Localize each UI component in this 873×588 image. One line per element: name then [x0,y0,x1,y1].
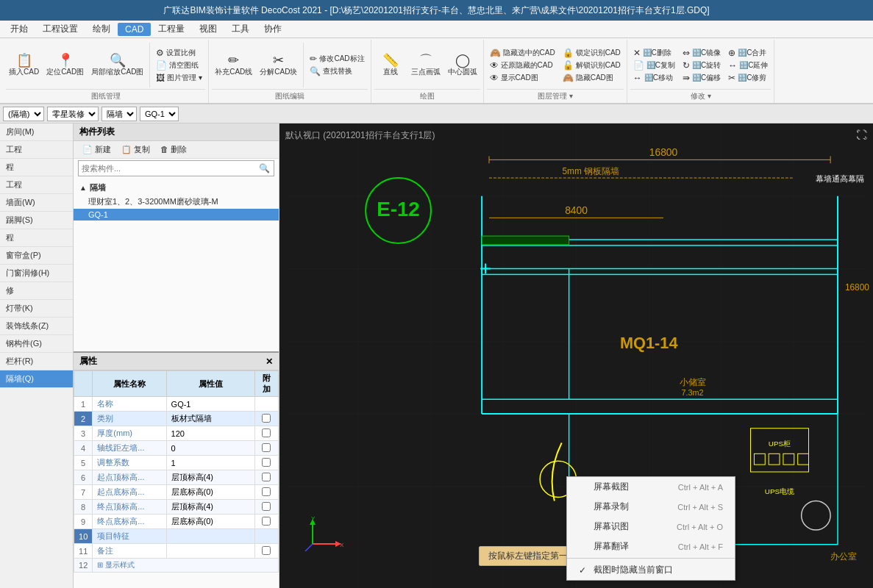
c-merge-btn[interactable]: ⊕ 🔡C合并 [725,47,771,59]
set-scale-btn[interactable]: ⚙ 设置比例 [153,47,205,59]
prop-val-9[interactable]: 层底标高(0) [166,514,254,529]
prop-check-6[interactable] [254,470,278,485]
supplement-cad-btn[interactable]: ✏ 补充CAD线 [212,52,255,79]
prop-row-name: 1 名称 GQ-1 [74,397,279,412]
c-mirror-btn[interactable]: ⇔ 🔡C镜像 [680,47,724,59]
ctx-translate[interactable]: 屏幕翻译 Ctrl + Alt + F [567,537,735,556]
cad-viewport[interactable]: E-12 16800 5mm 钢板隔墙 幕墙通高幕隔 8400 MQ1-14 [279,123,873,588]
nav-engineering1[interactable]: 工程 [0,141,73,159]
hide-selected-cad-btn[interactable]: 🙈 隐藏选中的CAD [487,47,558,59]
col-drawing-small: ⚙ 设置比例 📄 清空图纸 🖼 图片管理 ▾ [153,47,205,84]
nav-ceiling[interactable]: 程 [0,229,73,247]
tree-node-partition-parent[interactable]: ▲ 隔墙 [74,181,279,195]
maximize-btn[interactable]: ⛶ [857,129,867,141]
nav-wall-surface[interactable]: 墙面(W) [0,194,73,212]
select-component[interactable]: GQ-1 [140,107,179,121]
nav-door-window[interactable]: 门窗润修(H) [0,265,73,282]
copy-comp-btn[interactable]: 📋 复制 [118,143,153,156]
nav-repair[interactable]: 修 [0,282,73,300]
ribbon-buttons-modify: ✕ 🔡C删除 📄 🔡C复制 ↔ 🔡C移动 ⇔ 🔡C镜像 ↻ [630,41,772,89]
nav-engineering2[interactable]: 程 [0,159,73,176]
find-replace-btn[interactable]: 🔍 查找替换 [307,65,367,77]
modify-cad-label-btn[interactable]: ✏ 修改CAD标注 [307,53,367,65]
nav-engineering3[interactable]: 工程 [0,176,73,194]
nav-curtain-box[interactable]: 窗帘盒(P) [0,247,73,265]
prop-expand-display-style[interactable]: ⊞ 显示样式 [93,559,279,573]
c-rotate-btn[interactable]: ↻ 🔡C旋转 [680,60,724,71]
prop-val-3[interactable]: 120 [166,426,254,441]
tree-node-gq1[interactable]: GQ-1 [74,209,279,220]
prop-check-9[interactable] [254,514,278,529]
line-btn[interactable]: 📏 直线 [374,52,407,79]
insert-cad-btn[interactable]: 📋 插入CAD [6,52,42,79]
c-copy-btn[interactable]: 📄 🔡C复制 [630,60,678,71]
prop-check-3[interactable] [254,426,278,441]
ctx-identify[interactable]: 屏幕识图 Ctrl + Alt + O [567,517,735,537]
ctx-hide-window[interactable]: ✓ 截图时隐藏当前窗口 [567,560,735,580]
menu-tools[interactable]: 工具 [224,21,257,37]
nav-partition[interactable]: 隔墙(Q) [0,370,73,388]
split-cad-btn[interactable]: ✂ 分解CAD块 [257,52,300,79]
prop-check-2[interactable] [254,412,278,426]
nav-room[interactable]: 房间(M) [0,123,73,141]
c-trim-btn[interactable]: ✂ 🔡C修剪 [725,72,771,84]
prop-val-5[interactable]: 1 [166,456,254,470]
menu-collaborate[interactable]: 协作 [257,21,289,37]
select-category[interactable]: (隔墙) [3,107,44,121]
hide-cad-btn[interactable]: 🙈 隐藏CAD图 [560,72,624,84]
c-extend-label: 🔡C延伸 [739,60,768,71]
menu-engineering-settings[interactable]: 工程设置 [35,21,85,37]
menu-engineering-quantity[interactable]: 工程量 [151,21,192,37]
restore-hidden-cad-btn[interactable]: 👁 还原隐藏的CAD [487,60,558,71]
nav-light-strip[interactable]: 灯带(K) [0,300,73,318]
tree-node-label: 隔墙 [90,182,106,193]
left-nav-panel: 房间(M) 工程 程 工程 墙面(W) 踢脚(S) 程 窗帘盒(P) 门窗润修(… [0,123,74,588]
ctx-record[interactable]: 屏幕录制 Ctrl + Alt + S [567,497,735,517]
zoom-cad-btn[interactable]: 🔍 局部缩放CAD图 [88,52,146,79]
prop-val-7[interactable]: 层底标高(0) [166,485,254,500]
menu-draw[interactable]: 绘制 [85,21,118,37]
ctx-screenshot[interactable]: 屏幕截图 Ctrl + Alt + A [567,477,735,497]
prop-val-6[interactable]: 层顶标高(4) [166,470,254,485]
nav-railing[interactable]: 栏杆(R) [0,353,73,370]
image-manage-btn[interactable]: 🖼 图片管理 ▾ [153,72,205,84]
locate-cad-btn[interactable]: 📍 定位CAD图 [43,52,87,79]
prop-check-5[interactable] [254,456,278,470]
c-delete-btn[interactable]: ✕ 🔡C删除 [630,47,678,59]
prop-val-2[interactable]: 板材式隔墙 [166,412,254,426]
select-wall-type[interactable]: 隔墙 [101,107,137,121]
menu-view[interactable]: 视图 [192,21,224,37]
c-move-btn[interactable]: ↔ 🔡C移动 [630,72,678,84]
props-close-btn[interactable]: ✕ [266,356,273,367]
prop-check-7[interactable] [254,485,278,500]
nav-skirting[interactable]: 踢脚(S) [0,212,73,229]
unlock-identify-cad-btn[interactable]: 🔓 解锁识别CAD [560,60,624,71]
select-decoration-type[interactable]: 零星装修 [47,107,99,121]
new-comp-btn[interactable]: 📄 新建 [79,143,114,156]
prop-check-4[interactable] [254,441,278,456]
prop-val-8[interactable]: 层顶标高(4) [166,500,254,514]
nav-steel[interactable]: 钢构件(G) [0,335,73,353]
c-offset-btn[interactable]: ⇛ 🔡C偏移 [680,72,724,84]
clear-drawing-btn[interactable]: 📄 清空图纸 [153,60,205,71]
center-arc-btn[interactable]: ◯ 中心圆弧 [445,52,480,79]
c-extend-icon: ↔ [728,60,737,71]
delete-comp-btn[interactable]: 🗑 删除 [157,143,190,156]
prop-val-1[interactable]: GQ-1 [166,397,254,412]
nav-deco-line[interactable]: 装饰线条(Z) [0,318,73,335]
group-label-modify: 修改 ▾ [630,89,772,101]
show-cad-btn[interactable]: 👁 显示CAD图 [487,72,558,84]
prop-check-8[interactable] [254,500,278,514]
three-arc-btn[interactable]: ⌒ 三点画弧 [408,52,443,79]
search-input[interactable] [78,160,274,176]
c-move-icon: ↔ [633,73,642,83]
prop-val-11[interactable] [166,544,254,559]
menu-cad[interactable]: CAD [118,23,151,36]
lock-identify-cad-btn[interactable]: 🔒 锁定识别CAD [560,47,624,59]
c-extend-btn[interactable]: ↔ 🔡C延伸 [725,60,771,71]
prop-val-4[interactable]: 0 [166,441,254,456]
prop-check-11[interactable] [254,544,278,559]
menu-start[interactable]: 开始 [3,21,35,37]
svg-text:16800: 16800 [845,282,869,293]
tree-node-glass-wall[interactable]: 理财室1、2、3-3200MM磨砂玻璃-M [74,195,279,209]
